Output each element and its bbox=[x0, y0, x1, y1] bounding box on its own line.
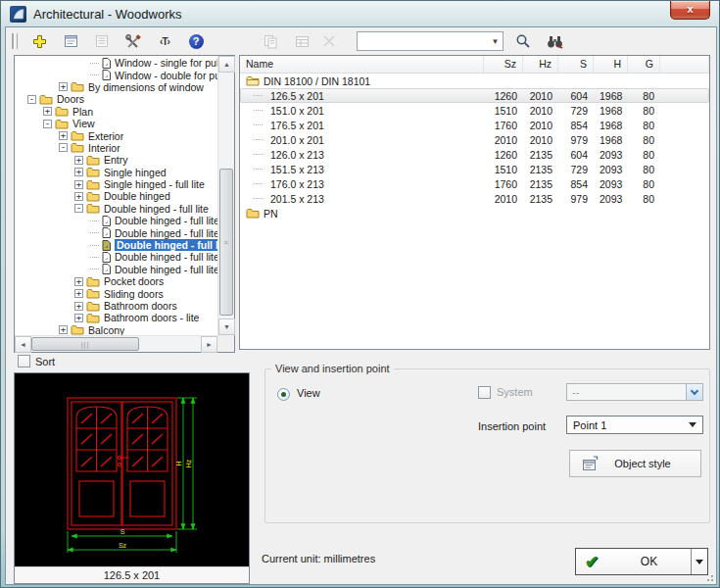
tree-item[interactable]: +By dimensions of window bbox=[15, 81, 217, 93]
expand-toggle-icon[interactable]: + bbox=[74, 180, 83, 189]
filter-combobox[interactable]: ▼ bbox=[357, 31, 504, 51]
expand-toggle-icon[interactable]: + bbox=[74, 314, 83, 322]
column-header-sz[interactable]: Sz bbox=[484, 56, 523, 73]
chevron-down-icon[interactable]: ▼ bbox=[488, 32, 503, 50]
table-row[interactable]: 126.5 x 20112602010604196880 bbox=[240, 88, 709, 103]
expand-toggle-icon[interactable]: + bbox=[74, 192, 83, 201]
add-button[interactable] bbox=[27, 30, 51, 52]
tree-item[interactable]: Double hinged - full lite doors Typ bbox=[15, 251, 217, 263]
tree-item[interactable]: +Exterior bbox=[15, 129, 217, 141]
tree-item[interactable]: +Pocket doors bbox=[15, 275, 217, 287]
tree-item[interactable]: Double hinged - full lite doors Typ bbox=[15, 239, 217, 251]
scroll-up-button[interactable]: ▲ bbox=[218, 56, 235, 73]
close-button[interactable]: x bbox=[670, 1, 710, 20]
tree-item[interactable]: -Doors bbox=[15, 93, 217, 105]
table-group-row[interactable]: PN bbox=[240, 206, 709, 220]
table-row[interactable]: 176.5 x 20117602010854196880 bbox=[240, 118, 709, 132]
column-header-s[interactable]: S bbox=[558, 56, 594, 73]
tree-item[interactable]: +Balcony bbox=[15, 324, 217, 335]
expand-toggle-icon[interactable]: + bbox=[43, 107, 52, 116]
column-header-g[interactable]: G bbox=[628, 56, 660, 73]
tree-item[interactable]: +Plan bbox=[15, 106, 217, 118]
table-row[interactable]: 151.0 x 20115102010729196880 bbox=[240, 103, 709, 118]
object-style-button[interactable]: Object style bbox=[569, 450, 701, 477]
row-name: 126.0 x 213 bbox=[270, 149, 324, 161]
tree-item[interactable]: +Double hinged bbox=[15, 190, 217, 202]
ok-dropdown-button[interactable] bbox=[691, 549, 707, 574]
collapse-toggle-icon[interactable]: - bbox=[43, 120, 52, 128]
dialog-content: ‹T› ? ▼ bbox=[5, 26, 717, 585]
collapse-toggle-icon[interactable]: - bbox=[59, 143, 68, 152]
expand-toggle-icon[interactable]: + bbox=[74, 302, 83, 311]
help-button[interactable]: ? bbox=[184, 30, 208, 52]
scroll-left-button[interactable]: ◄ bbox=[15, 336, 31, 353]
expand-toggle-icon[interactable]: + bbox=[74, 156, 83, 165]
combo-arrow-button[interactable] bbox=[686, 384, 702, 400]
tools-button[interactable] bbox=[121, 30, 145, 52]
row-name: DIN 18100 / DIN 18101 bbox=[264, 75, 370, 87]
table-group-row[interactable]: DIN 18100 / DIN 18101 bbox=[240, 74, 709, 88]
tree-item[interactable]: +Single hinged - full lite bbox=[15, 178, 217, 190]
column-header-name[interactable]: Name bbox=[240, 56, 484, 73]
scroll-down-button[interactable]: ▼ bbox=[218, 318, 235, 335]
tree-vertical-scrollbar[interactable]: ▲ ≡ ▼ bbox=[217, 56, 234, 335]
row-name: PN bbox=[264, 208, 278, 220]
search-button[interactable] bbox=[511, 30, 535, 52]
copy-button[interactable] bbox=[259, 30, 282, 52]
details-button[interactable] bbox=[290, 30, 313, 52]
tree-horizontal-scrollbar[interactable]: ◄ ||| ► bbox=[15, 335, 217, 352]
table-row[interactable]: 151.5 x 21315102135729209380 bbox=[240, 162, 709, 176]
document-icon bbox=[102, 240, 111, 251]
table-row[interactable]: 201.0 x 20120102010979196880 bbox=[240, 132, 709, 147]
scroll-right-button[interactable]: ► bbox=[201, 336, 217, 353]
expand-toggle-icon[interactable]: + bbox=[59, 82, 68, 91]
insertion-point-combobox[interactable]: Point 1 bbox=[566, 416, 703, 434]
expand-toggle-icon[interactable]: + bbox=[74, 168, 83, 176]
resize-grip[interactable] bbox=[704, 572, 714, 582]
expand-toggle-icon[interactable]: + bbox=[59, 131, 68, 140]
view-radio[interactable] bbox=[277, 388, 290, 401]
column-header-hz[interactable]: Hz bbox=[523, 56, 558, 73]
delete-button[interactable] bbox=[317, 30, 341, 52]
toolbar-grip[interactable] bbox=[14, 33, 18, 49]
expand-toggle-icon[interactable]: + bbox=[74, 277, 83, 286]
tree-item-label: Double hinged - full lite bbox=[104, 203, 209, 215]
tree-item[interactable]: Double hinged - full lite doors Typ bbox=[15, 264, 217, 275]
tree-connector bbox=[90, 74, 99, 75]
expand-toggle-icon[interactable]: + bbox=[59, 325, 68, 334]
tree-item[interactable]: Window - single for public building co bbox=[15, 57, 217, 69]
sort-checkbox[interactable] bbox=[18, 355, 30, 368]
tree-item[interactable]: Double hinged - full lite doors Typ bbox=[15, 226, 217, 238]
plus-icon bbox=[32, 34, 47, 49]
tree-item[interactable]: -View bbox=[15, 118, 217, 129]
tree-item[interactable]: +Entry bbox=[15, 154, 217, 166]
list-button[interactable] bbox=[90, 30, 114, 52]
collapse-toggle-icon[interactable]: - bbox=[74, 204, 83, 213]
edit-properties-button[interactable] bbox=[59, 30, 82, 52]
table-row[interactable]: 126.0 x 21312602135604209380 bbox=[240, 147, 709, 162]
tree-item[interactable]: +Bathroom doors bbox=[15, 300, 217, 312]
tree-item[interactable]: -Double hinged - full lite bbox=[15, 203, 217, 215]
tree-item[interactable]: +Bathroom doors - lite bbox=[15, 312, 217, 323]
column-header-h[interactable]: H bbox=[594, 56, 628, 73]
tree-connector bbox=[90, 220, 99, 221]
expand-toggle-icon[interactable]: + bbox=[74, 289, 83, 298]
system-combobox[interactable]: -- bbox=[566, 383, 703, 401]
vertical-scroll-thumb[interactable]: ≡ bbox=[219, 169, 233, 316]
tree-item[interactable]: -Interior bbox=[15, 142, 217, 154]
cell-g: 80 bbox=[628, 105, 660, 117]
horizontal-scroll-thumb[interactable]: ||| bbox=[31, 337, 139, 351]
system-checkbox[interactable] bbox=[478, 386, 491, 399]
table-row[interactable]: 201.5 x 21320102135979209380 bbox=[240, 191, 709, 206]
tree-item[interactable]: Window - double for public building c bbox=[15, 69, 217, 80]
text-style-button[interactable]: ‹T› bbox=[153, 30, 176, 52]
table-row[interactable]: 176.0 x 21317602135854209380 bbox=[240, 176, 709, 191]
tree-item[interactable]: +Sliding doors bbox=[15, 287, 217, 299]
row-name: 201.5 x 213 bbox=[270, 193, 324, 205]
tree-item[interactable]: +Single hinged bbox=[15, 167, 217, 178]
tree-item[interactable]: Double hinged - full lite doors Typ bbox=[15, 215, 217, 226]
ok-button[interactable]: ✔ OK bbox=[575, 548, 708, 575]
collapse-toggle-icon[interactable]: - bbox=[27, 95, 36, 104]
find-button[interactable] bbox=[543, 30, 566, 52]
cell-s: 604 bbox=[558, 90, 594, 102]
